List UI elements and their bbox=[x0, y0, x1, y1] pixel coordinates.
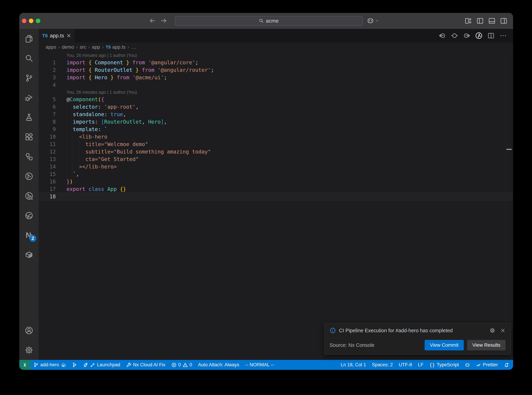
chevron-down-icon bbox=[375, 19, 379, 23]
close-window-button[interactable] bbox=[22, 19, 27, 23]
code-line-16[interactable]: 16}) bbox=[39, 178, 513, 185]
nav-back-icon[interactable] bbox=[439, 32, 446, 39]
statusbar-notifications[interactable] bbox=[501, 360, 512, 370]
statusbar-vim-mode[interactable]: -- NORMAL -- bbox=[242, 360, 277, 370]
zoom-window-button[interactable] bbox=[36, 19, 40, 23]
line-number: 5 bbox=[39, 96, 67, 103]
statusbar-language[interactable]: {}TypeScript bbox=[426, 360, 462, 370]
activity-bar-item-gitlens-search[interactable] bbox=[19, 186, 39, 206]
layout-sidebar-left-icon[interactable] bbox=[476, 17, 484, 25]
code-line-18[interactable]: 18 bbox=[39, 193, 513, 200]
code-text: standalone: true, bbox=[67, 110, 126, 118]
breadcrumb-segment[interactable]: apps bbox=[46, 44, 56, 50]
breadcrumb-file[interactable]: app.ts bbox=[112, 44, 125, 50]
code-line-1[interactable]: 1import { Component } from '@angular/cor… bbox=[39, 59, 513, 66]
statusbar-language-label: {} bbox=[429, 362, 435, 368]
line-number: 8 bbox=[39, 118, 67, 126]
search-value: acme bbox=[266, 18, 279, 24]
breadcrumb-segment[interactable]: demo bbox=[62, 44, 74, 50]
line-number: 4 bbox=[39, 81, 67, 89]
status-bar: add-heroLaunchpadNx Cloud AI Fix00Auto A… bbox=[19, 360, 513, 370]
statusbar-formatter[interactable]: Prettier bbox=[473, 360, 501, 370]
copilot-icon bbox=[465, 362, 470, 368]
rocket-icon bbox=[83, 362, 88, 368]
activity-bar-item-nx-console[interactable]: N›2 bbox=[19, 225, 39, 245]
view-commit-button[interactable]: View Commit bbox=[425, 340, 463, 350]
breadcrumb-segment[interactable]: app bbox=[92, 44, 100, 50]
code-line-17[interactable]: 17export class App {} bbox=[39, 185, 513, 193]
edge-icon bbox=[25, 211, 33, 220]
activity-bar-item-edge-tools[interactable] bbox=[19, 206, 39, 225]
statusbar-encoding[interactable]: UTF-8 bbox=[396, 360, 415, 370]
layout-panel-icon[interactable] bbox=[488, 17, 496, 25]
commit-graph-icon[interactable] bbox=[475, 32, 483, 39]
breadcrumb-segment[interactable]: src bbox=[80, 44, 86, 50]
statusbar-launchpad[interactable]: Launchpad bbox=[80, 360, 123, 370]
activity-bar-item-settings[interactable] bbox=[19, 340, 39, 360]
gitlens-search-icon bbox=[25, 192, 33, 200]
code-editor[interactable]: You, 26 minutes ago | 1 author (You)1imp… bbox=[39, 52, 513, 360]
nav-forward-icon[interactable] bbox=[463, 32, 470, 39]
statusbar-cursor-position[interactable]: Ln 18, Col 1 bbox=[338, 360, 369, 370]
close-tab-icon[interactable] bbox=[66, 33, 71, 38]
git-blame-annotation[interactable]: You, 26 minutes ago | 1 author (You) bbox=[39, 52, 513, 59]
statusbar-copilot[interactable] bbox=[462, 360, 473, 370]
split-editor-icon[interactable] bbox=[487, 32, 495, 39]
remote-indicator[interactable] bbox=[19, 360, 30, 370]
beaker-icon bbox=[25, 113, 33, 121]
code-line-4[interactable]: 4 bbox=[39, 81, 513, 89]
statusbar-problems[interactable]: 00 bbox=[168, 360, 195, 370]
activity-bar-item-related-views[interactable] bbox=[19, 147, 39, 166]
layout-customize-icon[interactable] bbox=[464, 17, 472, 25]
code-line-8[interactable]: 8 imports: [RouterOutlet, Hero], bbox=[39, 118, 513, 126]
copilot-menu[interactable] bbox=[367, 17, 379, 24]
statusbar-indentation[interactable]: Spaces: 2 bbox=[369, 360, 396, 370]
code-text: ></lib-hero> bbox=[67, 163, 117, 170]
code-line-7[interactable]: 7 standalone: true, bbox=[39, 110, 513, 118]
activity-bar-item-source-control[interactable] bbox=[19, 68, 39, 88]
activity-bar-item-search[interactable] bbox=[19, 49, 39, 68]
view-results-button[interactable]: View Results bbox=[467, 340, 505, 350]
statusbar-nx-cloud-ai-fix[interactable]: Nx Cloud AI Fix bbox=[123, 360, 168, 370]
command-center-search[interactable]: acme bbox=[175, 16, 363, 26]
code-line-6[interactable]: 6 selector: 'app-root', bbox=[39, 103, 513, 110]
activity-bar-item-extensions[interactable] bbox=[19, 127, 39, 147]
statusbar-auto-attach[interactable]: Auto Attach: Always bbox=[195, 360, 242, 370]
activity-bar-item-run-and-debug[interactable] bbox=[19, 88, 39, 107]
code-line-10[interactable]: 10 <lib-hero bbox=[39, 133, 513, 141]
layout-sidebar-right-icon[interactable] bbox=[500, 17, 507, 25]
code-line-13[interactable]: 13 cta="Get Started" bbox=[39, 155, 513, 163]
breadcrumb-symbol[interactable]: … bbox=[131, 44, 136, 50]
notification-close-icon[interactable] bbox=[500, 328, 505, 333]
statusbar-git-branch[interactable]: add-hero bbox=[30, 360, 69, 370]
code-line-5[interactable]: 5@Component({ bbox=[39, 96, 513, 103]
code-line-12[interactable]: 12 subtitle="Build something amazing tod… bbox=[39, 148, 513, 155]
code-line-2[interactable]: 2import { RouterOutlet } from '@angular/… bbox=[39, 66, 513, 74]
code-line-15[interactable]: 15 `, bbox=[39, 170, 513, 178]
code-text: `, bbox=[67, 170, 79, 178]
code-line-9[interactable]: 9 template: ` bbox=[39, 126, 513, 133]
activity-bar-item-gitlens[interactable] bbox=[19, 166, 39, 186]
code-line-11[interactable]: 11 title="Welcmoe demo" bbox=[39, 141, 513, 148]
code-line-3[interactable]: 3import { Hero } from '@acme/ui'; bbox=[39, 74, 513, 81]
activity-bar-item-containers[interactable] bbox=[19, 245, 39, 265]
code-line-14[interactable]: 14 ></lib-hero> bbox=[39, 163, 513, 170]
statusbar-eol[interactable]: LF bbox=[415, 360, 426, 370]
history-forward-icon[interactable] bbox=[160, 17, 167, 24]
more-icon[interactable] bbox=[500, 32, 507, 39]
breadcrumb[interactable]: apps›demo›src›app›TSapp.ts›… bbox=[39, 42, 513, 52]
line-number: 18 bbox=[39, 193, 67, 200]
tab-app-ts[interactable]: TS app.ts bbox=[39, 29, 75, 42]
minimize-window-button[interactable] bbox=[29, 19, 33, 23]
chevron-right-icon: › bbox=[128, 44, 129, 50]
code-text: imports: [RouterOutlet, Hero], bbox=[67, 118, 167, 126]
activity-bar-item-explorer[interactable] bbox=[19, 29, 39, 49]
git-blame-annotation[interactable]: You, 26 minutes ago | 1 author (You) bbox=[39, 89, 513, 96]
notification-settings-icon[interactable] bbox=[490, 328, 495, 333]
nav-position-icon[interactable] bbox=[451, 32, 458, 39]
activity-bar-item-accounts[interactable] bbox=[19, 321, 39, 340]
statusbar-git-compare[interactable] bbox=[69, 360, 80, 370]
history-back-icon[interactable] bbox=[149, 17, 156, 24]
info-icon bbox=[330, 327, 336, 334]
activity-bar-item-testing[interactable] bbox=[19, 107, 39, 127]
